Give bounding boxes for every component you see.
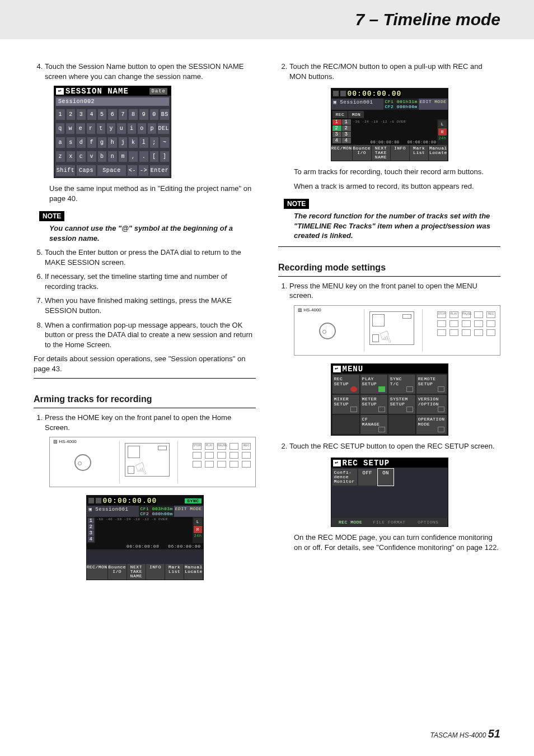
key-m: m: [119, 151, 128, 162]
key-;: ;: [150, 137, 159, 148]
key-e: e: [76, 123, 85, 134]
key-9: 9: [139, 109, 148, 120]
recmode-after: On the REC MODE page, you can turn confi…: [278, 533, 500, 552]
key-space: Space: [97, 165, 126, 176]
key-b: b: [98, 151, 107, 162]
menu-screenshot: ↩ MENU REC SETUPPLAY SETUPSYNC T/CREMOTE…: [331, 363, 448, 436]
home-screen-screenshot: 00:00:00.00 SYNC ▣ Session001 CF1 003h03…: [86, 495, 204, 580]
key-DEL: DEL: [158, 123, 169, 134]
session-steps-cont: Touch the Enter button or press the DATA…: [34, 248, 256, 349]
key-left: <-: [128, 165, 137, 176]
key-g: g: [98, 137, 107, 148]
key-z: z: [56, 151, 65, 162]
edit-mode: EDIT MODE: [174, 506, 203, 517]
recmode-steps: Press the MENU key on the front panel to…: [278, 281, 500, 301]
key-a: a: [56, 137, 65, 148]
key-v: v: [87, 151, 96, 162]
step-5: Touch the Enter button or press the DATA…: [45, 248, 256, 267]
key-p: p: [148, 123, 156, 134]
key-enter: Enter: [150, 165, 169, 176]
session-name-titlebar: ↩ SESSION NAME Date: [54, 86, 171, 96]
session-name-screenshot: ↩ SESSION NAME Date Session002 123456789…: [54, 86, 171, 178]
chapter-header: 7 – Timeline mode: [0, 0, 534, 39]
key-4: 4: [87, 109, 96, 120]
recmon-step-2: Touch the REC/MON button to open a pull-…: [289, 62, 500, 81]
session-steps: Touch the Session Name button to open th…: [34, 62, 256, 81]
menu-cell: MIXER SETUP: [332, 395, 359, 414]
key-i: i: [128, 123, 136, 134]
step-6: If necessary, set the timeline starting …: [45, 272, 256, 291]
recmon-screenshot: 00:00:00.00 ▣ Session001 CF1 001h31mCF2 …: [331, 88, 448, 161]
key-]: ]: [160, 151, 169, 162]
arm-step-1: Press the HOME key on the front panel to…: [45, 413, 256, 432]
home-bottom-buttons: REC/MON Bounce I/O NEXT TAKE NAME INFO M…: [87, 564, 203, 580]
key-3: 3: [77, 109, 86, 120]
note-body: The record function for the number of tr…: [278, 211, 500, 245]
key-5: 5: [98, 109, 107, 120]
key-t: t: [97, 123, 105, 134]
date-tag: Date: [149, 88, 167, 95]
key-8: 8: [129, 109, 138, 120]
page-footer: TASCAM HS-4000 51: [430, 727, 500, 740]
key-l: l: [139, 137, 148, 148]
key-2: 2: [67, 109, 76, 120]
sync-badge: SYNC: [185, 498, 201, 503]
note-body: You cannot use the "@" symbol at the beg…: [34, 223, 256, 248]
hardware-panel-illustration: ▨ HS-4000 ☟ STOPPLAYPAUSEREC: [49, 437, 256, 487]
keyboard-rows: 1234567890BSqwertyuiopDELasdfghjkl;~zxcv…: [54, 108, 171, 164]
key-s: s: [67, 137, 76, 148]
details-ref: For details about session operations, se…: [34, 354, 256, 374]
keyboard-bottom-row: Shift Caps Space <- -> Enter: [54, 164, 171, 178]
note-label: NOTE: [284, 199, 309, 209]
key-q: q: [56, 123, 64, 134]
data-dial-icon: [74, 454, 91, 471]
rec-setup-screenshot: ↩ REC SETUP Confi- dence Monitor OFF ON …: [331, 458, 448, 527]
recmon-steps: Touch the REC/MON button to open a pull-…: [278, 62, 500, 81]
arming-heading: Arming tracks for recording: [34, 386, 256, 404]
session-name-instruction: Use the same input method as in "Editing…: [34, 184, 256, 203]
key-u: u: [117, 123, 125, 134]
back-icon: ↩: [333, 460, 341, 466]
menu-cell: SYNC T/C: [388, 375, 415, 394]
right-column: Touch the REC/MON button to open a pull-…: [278, 62, 500, 586]
step-8: When a confirmation pop-up message appea…: [45, 320, 256, 350]
key-1: 1: [56, 109, 65, 120]
hardware-panel-illustration-2: ▨ HS-4000 ☟ STOPPLAYPAUSEREC: [294, 305, 500, 356]
key-7: 7: [119, 109, 128, 120]
key-n: n: [108, 151, 117, 162]
session-name-title: SESSION NAME: [65, 87, 129, 96]
recmode-step-1: Press the MENU key on the front panel to…: [289, 281, 500, 301]
menu-cell: PLAY SETUP: [360, 375, 387, 394]
status-icon: [88, 498, 94, 503]
recmode-steps-2: Touch the REC SETUP button to open the R…: [278, 441, 500, 451]
step-4: Touch the Session Name button to open th…: [45, 62, 256, 81]
key-h: h: [108, 137, 117, 148]
menu-cell: [332, 415, 359, 434]
arming-steps: Press the HOME key on the front panel to…: [34, 413, 256, 432]
menu-cell: [388, 415, 415, 434]
key-,: ,: [129, 151, 138, 162]
session-name-field: Session002: [56, 97, 169, 106]
menu-cell: REC SETUP: [332, 375, 359, 394]
key-right: ->: [139, 165, 148, 176]
key-~: ~: [160, 137, 169, 148]
transport-buttons: STOPPLAYPAUSEREC: [193, 443, 251, 468]
key-j: j: [119, 137, 128, 148]
key-f: f: [87, 137, 96, 148]
key-k: k: [129, 137, 138, 148]
left-column: Touch the Session Name button to open th…: [34, 62, 256, 586]
step-7: When you have finished making settings, …: [45, 296, 256, 315]
timecode: 00:00:00.00: [103, 497, 157, 505]
menu-cell: VERSION /OPTION: [416, 395, 447, 414]
key-caps: Caps: [77, 165, 96, 176]
recmode-step-2: Touch the REC SETUP button to open the R…: [289, 441, 500, 451]
key-0: 0: [150, 109, 159, 120]
note-label: NOTE: [39, 211, 64, 221]
key-d: d: [77, 137, 86, 148]
track-numbers: 1 2 3 4: [87, 517, 96, 543]
key-.: .: [139, 151, 148, 162]
chapter-title: 7 – Timeline mode: [355, 10, 500, 29]
key-shift: Shift: [56, 165, 75, 176]
key-y: y: [107, 123, 115, 134]
status-icon: [96, 498, 101, 503]
